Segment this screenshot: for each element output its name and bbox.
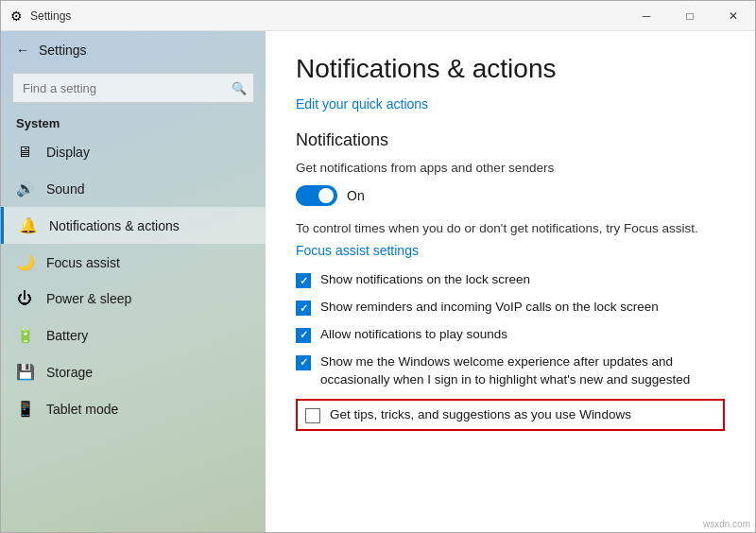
checkbox-tips-box[interactable] [305, 408, 320, 423]
edit-quick-actions-link[interactable]: Edit your quick actions [296, 96, 428, 112]
settings-gear-icon: ⚙ [10, 9, 23, 24]
sidebar-section-label: System [1, 111, 266, 134]
notifications-heading: Notifications [296, 130, 725, 150]
main-area: ← Settings 🔍 System 🖥 Display 🔊 Sound 🔔 … [1, 31, 755, 532]
focus-text: To control times when you do or don't ge… [296, 219, 725, 238]
checkbox-voip-label: Show reminders and incoming VoIP calls o… [320, 299, 659, 317]
checkbox-lock-screen: ✓ Show notifications on the lock screen [296, 271, 725, 289]
power-icon: ⏻ [16, 290, 33, 307]
watermark: wsxdn.com [703, 519, 750, 529]
checkmark-icon: ✓ [300, 275, 308, 287]
toggle-label: On [347, 188, 365, 203]
sidebar-item-display[interactable]: 🖥 Display [1, 134, 266, 170]
window-title: Settings [30, 9, 71, 23]
title-bar: ⚙ Settings ─ □ ✕ [1, 1, 755, 31]
checkbox-welcome-label: Show me the Windows welcome experience a… [320, 353, 725, 389]
content-area: Notifications & actions Edit your quick … [266, 31, 755, 532]
settings-window: ⚙ Settings ─ □ ✕ ← Settings 🔍 System 🖥 D… [0, 0, 756, 533]
focus-icon: 🌙 [16, 253, 33, 271]
focus-assist-link[interactable]: Focus assist settings [296, 243, 419, 258]
sidebar-label-notifications: Notifications & actions [49, 218, 180, 233]
checkmark-icon: ✓ [300, 302, 308, 315]
checkbox-tips: Get tips, tricks, and suggestions as you… [296, 399, 725, 432]
checkmark-icon: ✓ [300, 329, 308, 341]
sidebar-label-storage: Storage [46, 365, 93, 380]
title-bar-left: ⚙ Settings [10, 9, 71, 24]
title-bar-controls: ─ □ ✕ [625, 1, 755, 31]
notifications-toggle[interactable] [296, 185, 337, 206]
checkbox-lock-screen-label: Show notifications on the lock screen [320, 271, 530, 289]
search-container: 🔍 [12, 73, 254, 103]
close-button[interactable]: ✕ [712, 1, 755, 31]
storage-icon: 💾 [16, 363, 33, 381]
sidebar-item-focus[interactable]: 🌙 Focus assist [1, 244, 266, 281]
back-label: Settings [39, 43, 87, 58]
checkmark-icon: ✓ [300, 356, 308, 369]
checkbox-sounds-label: Allow notifications to play sounds [320, 326, 507, 344]
checkbox-voip-box[interactable]: ✓ [296, 301, 311, 316]
maximize-button[interactable]: □ [668, 1, 712, 31]
checkbox-lock-screen-box[interactable]: ✓ [296, 273, 311, 288]
sidebar-label-battery: Battery [46, 328, 88, 343]
sidebar-item-battery[interactable]: 🔋 Battery [1, 317, 266, 353]
back-arrow-icon: ← [16, 43, 29, 58]
display-icon: 🖥 [16, 144, 33, 161]
sidebar-item-sound[interactable]: 🔊 Sound [1, 170, 266, 207]
checkbox-tips-label: Get tips, tricks, and suggestions as you… [330, 406, 631, 424]
notifications-toggle-row: On [296, 185, 725, 206]
back-button[interactable]: ← Settings [1, 31, 266, 69]
search-icon: 🔍 [232, 81, 247, 95]
notifications-icon: 🔔 [19, 216, 36, 234]
sidebar-label-tablet: Tablet mode [46, 402, 118, 417]
battery-icon: 🔋 [16, 326, 33, 344]
checkbox-welcome-box[interactable]: ✓ [296, 355, 311, 370]
notifications-desc: Get notifications from apps and other se… [296, 160, 725, 178]
checkbox-sounds: ✓ Allow notifications to play sounds [296, 326, 725, 344]
sidebar-item-notifications[interactable]: 🔔 Notifications & actions [1, 207, 266, 244]
checkbox-voip: ✓ Show reminders and incoming VoIP calls… [296, 299, 725, 317]
sidebar-item-power[interactable]: ⏻ Power & sleep [1, 281, 266, 317]
sidebar: ← Settings 🔍 System 🖥 Display 🔊 Sound 🔔 … [1, 31, 266, 532]
checkbox-sounds-box[interactable]: ✓ [296, 328, 311, 343]
sidebar-item-storage[interactable]: 💾 Storage [1, 353, 266, 390]
toggle-thumb [318, 188, 334, 203]
sound-icon: 🔊 [16, 180, 33, 198]
tablet-icon: 📱 [16, 400, 33, 418]
minimize-button[interactable]: ─ [625, 1, 668, 31]
checkbox-welcome: ✓ Show me the Windows welcome experience… [296, 353, 725, 389]
sidebar-label-power: Power & sleep [46, 291, 131, 306]
sidebar-label-display: Display [46, 145, 90, 160]
page-title: Notifications & actions [296, 54, 725, 84]
search-input[interactable] [12, 73, 254, 103]
sidebar-label-focus: Focus assist [46, 255, 120, 270]
sidebar-item-tablet[interactable]: 📱 Tablet mode [1, 390, 266, 427]
sidebar-label-sound: Sound [46, 181, 84, 197]
